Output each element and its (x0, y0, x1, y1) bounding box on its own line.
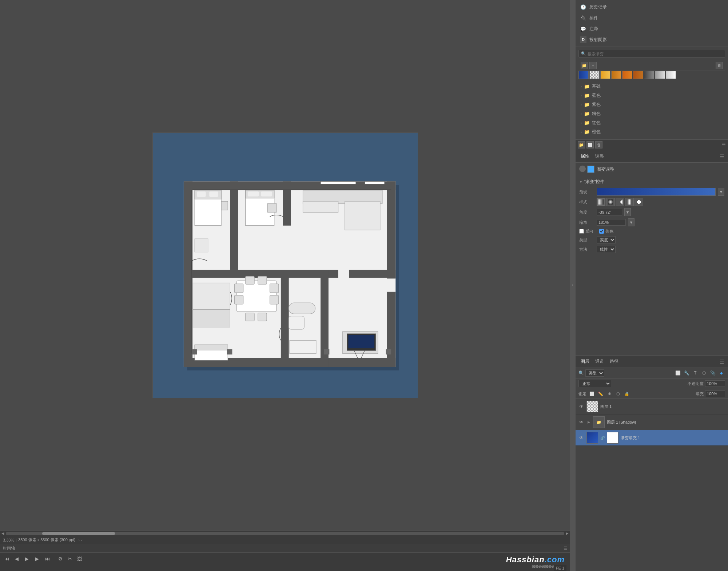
gradient-preset-bar[interactable] (597, 188, 716, 196)
circle-icon-btn[interactable] (579, 166, 586, 172)
properties-toolbar: 📁 ⬜ 🗑 ☰ (576, 140, 728, 150)
style-linear[interactable] (597, 198, 605, 206)
lock-move-btn[interactable]: ✙ (606, 390, 613, 397)
category-red[interactable]: › 📁 红色 (578, 118, 725, 127)
swatch-orange2[interactable] (611, 71, 621, 79)
scroll-thumb-h[interactable] (42, 532, 115, 535)
blend-mode-select[interactable]: 正常 (578, 380, 611, 387)
angle-input[interactable] (597, 209, 622, 215)
swatch-lightgray[interactable] (655, 71, 665, 79)
filter-type-select[interactable]: 类型 (585, 369, 604, 377)
category-blue[interactable]: › 📁 蓝色 (578, 91, 725, 100)
style-angle[interactable] (616, 198, 624, 206)
scroll-left-btn[interactable]: ◀ (1, 531, 4, 535)
reverse-checkbox[interactable] (579, 229, 584, 234)
fill-input[interactable] (705, 390, 725, 397)
next-frame-btn[interactable]: ▶ (33, 555, 41, 562)
swatch-checker[interactable] (589, 71, 600, 79)
layer-smart-btn[interactable]: 📎 (709, 369, 716, 377)
layer-item-layer1[interactable]: 👁 图层 1 (576, 399, 728, 415)
type-label: 类型 (579, 237, 594, 243)
gradient-search-input[interactable] (588, 52, 723, 56)
delete-gradient-btn[interactable]: 🗑 (716, 62, 723, 69)
visibility-layer1[interactable]: 👁 (578, 404, 584, 409)
style-diamond[interactable] (634, 198, 643, 206)
prop-new-btn[interactable]: 📁 (578, 141, 585, 148)
method-select[interactable]: 线性 (597, 246, 616, 253)
canvas-dimensions: 3500 像素 x 3500 像素 (300 ppi) (18, 537, 75, 543)
swatch-white[interactable] (666, 71, 676, 79)
tab-channels[interactable]: 通道 (594, 358, 605, 365)
end-btn[interactable]: ⏭ (44, 555, 51, 562)
tab-notes[interactable]: 💬 注释 (576, 23, 728, 34)
new-folder-btn[interactable]: 📁 (581, 62, 588, 69)
category-pink[interactable]: › 📁 粉色 (578, 109, 725, 118)
type-select[interactable]: 实底 (597, 236, 616, 243)
timeline-settings-btn[interactable]: ⚙ (57, 555, 64, 562)
swatch-darkorange[interactable] (633, 71, 643, 79)
controls-title-row[interactable]: ▼ "渐变"控件 (579, 179, 724, 185)
gradient-search-box[interactable]: 🔍 (578, 50, 725, 58)
layer-type-btn[interactable]: T (692, 369, 699, 377)
angle-dropdown-btn[interactable]: ▼ (624, 208, 631, 216)
layer-filter-toggle[interactable]: ● (718, 369, 725, 377)
scale-dropdown-btn[interactable]: ▼ (628, 218, 634, 226)
scroll-right-btn[interactable]: ▶ (566, 531, 569, 535)
layer-shape-btn[interactable]: ⬡ (700, 369, 708, 377)
tab-plugins[interactable]: 🔌 插件 (576, 12, 728, 23)
prop-delete-btn[interactable]: 🗑 (595, 141, 602, 148)
prop-duplicate-btn[interactable]: ⬜ (586, 141, 594, 148)
layer-item-shadow[interactable]: 👁 ▶ 📁 图层 1 [Shadow] (576, 415, 728, 430)
panel-options-btn[interactable]: ☰ (720, 154, 724, 159)
swatch-orange3[interactable] (622, 71, 632, 79)
tab-adjustments[interactable]: 调整 (594, 152, 605, 160)
visibility-shadow[interactable]: 👁 (578, 419, 584, 425)
prev-frame-btn[interactable]: ◀ (13, 555, 20, 562)
tab-history[interactable]: 🕐 历史记录 (576, 1, 728, 12)
method-row: 方法 线性 (579, 246, 724, 253)
reverse-checkbox-label[interactable]: 反向 (579, 229, 593, 234)
scale-input[interactable] (597, 219, 626, 226)
layers-menu-btn[interactable]: ☰ (720, 359, 724, 365)
new-gradient-btn[interactable]: + (589, 62, 597, 69)
layer-pixel-btn[interactable]: ⬜ (674, 369, 681, 377)
tab-paths[interactable]: 路径 (608, 358, 620, 365)
scroll-track-h[interactable] (6, 532, 564, 535)
lock-artboard-btn[interactable]: ⬡ (615, 390, 621, 397)
layer-adjust-btn[interactable]: 🔧 (683, 369, 690, 377)
timeline-photo-btn[interactable]: 🖼 (76, 555, 83, 562)
category-basic[interactable]: › 📁 基础 (578, 82, 725, 91)
lock-paint-btn[interactable]: ✏️ (597, 390, 604, 397)
style-reflected[interactable] (625, 198, 634, 206)
horizontal-scrollbar[interactable]: ◀ ▶ (0, 531, 570, 536)
visibility-gradient[interactable]: 👁 (578, 435, 584, 441)
preset-dropdown-btn[interactable]: ▼ (718, 188, 724, 196)
swatch-orange1[interactable] (600, 71, 610, 79)
dither-checkbox[interactable] (599, 229, 604, 234)
tab-shadow[interactable]: D 投射阴影 (576, 34, 728, 45)
tab-properties[interactable]: 属性 (579, 152, 591, 160)
panel-divider[interactable]: ⋮ (570, 0, 575, 571)
square-icon-btn[interactable] (587, 166, 594, 173)
play-btn[interactable]: ▶ (23, 555, 31, 562)
category-orange[interactable]: › 📁 橙色 (578, 127, 725, 136)
expand-btn[interactable]: › (78, 538, 80, 542)
lock-all-btn[interactable]: 🔒 (624, 390, 630, 397)
lock-pixel-btn[interactable]: ⬜ (589, 390, 595, 397)
category-purple[interactable]: › 📁 紫色 (578, 100, 725, 109)
timeline-cut-btn[interactable]: ✂ (66, 555, 73, 562)
svg-rect-18 (221, 201, 228, 210)
rewind-btn[interactable]: ⏮ (3, 555, 10, 562)
layer-item-gradient[interactable]: 👁 🔗 渐变填充 1 (576, 430, 728, 446)
nav-btn[interactable]: ‹ (81, 538, 83, 542)
style-radial[interactable] (606, 198, 615, 206)
swatch-darkgray[interactable] (644, 71, 654, 79)
swatch-blue[interactable] (578, 71, 589, 79)
opacity-input[interactable] (705, 380, 725, 387)
timeline-menu-btn[interactable]: ☰ (564, 546, 567, 551)
utility-panel: 🕐 历史记录 🔌 插件 💬 注释 D 投射阴影 (576, 0, 728, 47)
dither-checkbox-label[interactable]: 仿色 (599, 229, 613, 234)
properties-menu-btn[interactable]: ☰ (722, 142, 726, 147)
tab-layers[interactable]: 图层 (579, 358, 591, 365)
expand-shadow[interactable]: ▶ (586, 420, 591, 424)
